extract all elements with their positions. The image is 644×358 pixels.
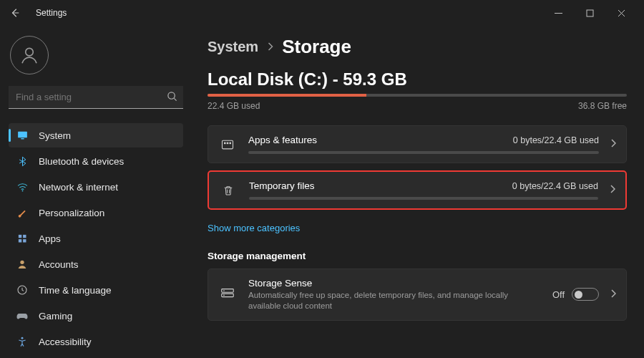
main-scroll[interactable]: System Storage Local Disk (C:) - 59.3 GB… [192,26,644,358]
sidebar-item-label: Time & language [39,285,112,296]
maximize-button[interactable] [574,3,605,23]
chevron-right-icon [610,289,616,300]
game-icon [16,309,29,322]
access-icon [16,335,29,348]
svg-rect-0 [587,10,593,16]
svg-point-1 [26,48,34,56]
svg-rect-9 [23,239,26,242]
category-title: Temporary files [249,180,315,191]
main-area: System Storage Local Disk (C:) - 59.3 GB… [192,26,644,358]
chevron-right-icon [610,185,615,195]
apps-icon [16,232,29,245]
search-icon [167,91,177,104]
breadcrumb-parent[interactable]: System [208,39,258,55]
close-button[interactable] [605,3,637,23]
category-usage-bar [249,197,598,200]
sidebar-item-bluetooth-devices[interactable]: Bluetooth & devices [9,149,183,173]
svg-point-5 [21,190,23,191]
storage-category-temp[interactable]: Temporary files0 bytes/22.4 GB used [208,170,627,210]
sidebar-item-personalization[interactable]: Personalization [9,200,183,225]
svg-rect-7 [23,234,26,237]
user-icon [16,258,29,271]
arrow-left-icon [10,8,20,18]
storage-sense-icon [218,285,237,304]
monitor-icon [16,129,29,142]
search-box[interactable] [9,86,183,109]
storage-sense-state-label: Off [552,289,565,300]
show-more-categories-link[interactable]: Show more categories [208,223,300,233]
storage-category-apps[interactable]: Apps & features0 bytes/22.4 GB used [208,125,627,163]
chevron-right-icon [267,42,273,53]
disk-free-label: 36.8 GB free [578,101,627,111]
storage-sense-card[interactable]: Storage Sense Automatically free up spac… [208,268,627,321]
sidebar-item-gaming[interactable]: Gaming [9,304,183,328]
svg-rect-14 [224,142,226,144]
clock-icon [16,284,29,296]
category-usage-bar [248,151,599,154]
sidebar: SystemBluetooth & devicesNetwork & inter… [0,26,192,358]
sidebar-item-apps[interactable]: Apps [9,226,183,251]
bluetooth-icon [16,155,29,168]
brush-icon [16,206,29,219]
apps-grid-icon [218,135,237,154]
chevron-right-icon [610,139,616,150]
minimize-button[interactable] [542,3,574,23]
title-bar: Settings [0,0,644,26]
sidebar-item-network-internet[interactable]: Network & internet [9,175,183,199]
trash-icon [219,181,238,200]
category-title: Apps & features [248,135,317,145]
sidebar-item-label: Bluetooth & devices [39,156,124,167]
svg-point-12 [21,337,24,339]
sidebar-item-time-language[interactable]: Time & language [9,278,183,302]
user-avatar[interactable] [10,36,49,74]
svg-rect-8 [18,239,21,242]
disk-usage-labels: 22.4 GB used 36.8 GB free [208,101,627,111]
disk-usage-fill [208,94,366,97]
storage-sense-toggle[interactable] [572,288,599,301]
svg-point-2 [168,92,175,99]
toggle-knob [575,291,582,299]
window-title: Settings [36,8,67,18]
disk-usage-bar [208,94,627,97]
svg-rect-13 [223,140,233,149]
user-icon [19,44,40,66]
storage-sense-title: Storage Sense [248,278,541,289]
svg-rect-6 [18,234,21,237]
svg-rect-3 [18,131,27,137]
minimize-icon [555,9,562,17]
sidebar-item-label: Apps [39,233,61,244]
storage-management-heading: Storage management [208,251,627,261]
wifi-icon [16,180,29,193]
svg-point-20 [223,295,225,296]
close-icon [618,9,625,17]
svg-point-10 [20,261,24,264]
sidebar-item-label: System [39,130,71,141]
sidebar-item-accounts[interactable]: Accounts [9,252,183,276]
page-title: Storage [282,36,351,58]
sidebar-item-label: Personalization [39,208,104,218]
breadcrumb: System Storage [208,36,627,58]
sidebar-item-accessibility[interactable]: Accessibility [9,329,183,354]
category-usage: 0 bytes/22.4 GB used [513,135,599,145]
svg-rect-15 [227,142,229,144]
category-usage: 0 bytes/22.4 GB used [512,181,598,191]
search-input[interactable] [9,86,183,109]
storage-sense-subtitle: Automatically free up space, delete temp… [248,290,541,311]
back-button[interactable] [7,5,23,21]
disk-title: Local Disk (C:) - 59.3 GB [208,69,627,90]
svg-point-19 [223,291,225,292]
sidebar-item-label: Accessibility [39,337,92,347]
sidebar-item-label: Gaming [39,311,72,321]
sidebar-item-label: Network & internet [39,182,118,193]
svg-rect-4 [21,138,24,139]
sidebar-item-system[interactable]: System [9,123,183,147]
maximize-icon [586,9,594,17]
sidebar-item-label: Accounts [39,259,79,270]
disk-used-label: 22.4 GB used [208,101,260,111]
nav-list: SystemBluetooth & devicesNetwork & inter… [9,123,183,354]
svg-rect-16 [230,142,232,144]
